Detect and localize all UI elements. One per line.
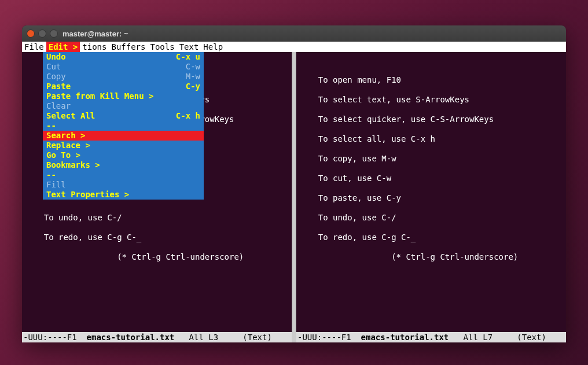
menu-item-label: Replace > (46, 141, 90, 150)
status-filename: emacs-tutorial.txt (361, 332, 449, 342)
right-pane[interactable]: To open menu, F10 To select text, use S-… (296, 52, 566, 332)
text-line: To open menu, F10 (296, 75, 566, 85)
text-line: (* Ctrl-g Ctrl-underscore) (22, 252, 292, 262)
text-line: To paste, use C-y (296, 193, 566, 203)
menu-item-label: Search > (46, 131, 85, 141)
text-line: To undo, use C-/ (296, 213, 566, 223)
menu-separator: -- (43, 121, 204, 131)
menu-item-shortcut: M-w (186, 72, 200, 82)
text-line: To select all, use C-x h (296, 134, 566, 144)
menu-buffers[interactable]: Buffers (109, 42, 148, 52)
text-line (22, 203, 292, 213)
menu-edit[interactable]: Edit > (46, 42, 80, 52)
menu-item-bookmarks[interactable]: Bookmarks > (43, 160, 204, 170)
menu-item-fill: Fill (43, 180, 204, 190)
menu-item-shortcut: C-y (186, 82, 200, 91)
menu-item-label: Clear (46, 101, 71, 111)
status-suffix: All L3 (Text) (174, 332, 272, 342)
menu-item-label: Paste (46, 82, 71, 91)
text-line: To redo, use C-g C-_ (296, 233, 566, 242)
menu-item-paste-from-kill-menu[interactable]: Paste from Kill Menu > (43, 91, 204, 101)
status-left: -UUU:----F1 emacs-tutorial.txt All L3 (T… (22, 332, 292, 342)
menu-text[interactable]: Text (177, 42, 201, 52)
text-line (296, 203, 566, 213)
editor-area: UndoC-x uCutC-wCopyM-wPasteC-yPaste from… (22, 52, 566, 332)
text-line (296, 223, 566, 233)
status-prefix: -UUU:----F1 (297, 332, 361, 342)
menu-item-select-all[interactable]: Select AllC-x h (43, 111, 204, 121)
close-button[interactable] (27, 30, 35, 38)
menu-tions[interactable]: tions (80, 42, 109, 52)
text-line (296, 144, 566, 154)
edit-menu-dropdown: UndoC-x uCutC-wCopyM-wPasteC-yPaste from… (43, 52, 204, 200)
text-line (22, 223, 292, 233)
menu-item-replace[interactable]: Replace > (43, 141, 204, 150)
menu-item-label: Undo (46, 52, 66, 62)
text-line: To cut, use C-w (296, 174, 566, 183)
menu-item-shortcut: C-w (186, 62, 200, 72)
menu-item-shortcut: C-x u (176, 52, 200, 62)
menu-item-paste[interactable]: PasteC-y (43, 82, 204, 91)
text-line (296, 164, 566, 174)
menu-item-clear: Clear (43, 101, 204, 111)
text-line: To undo, use C-/ (22, 213, 292, 223)
text-line (296, 105, 566, 115)
maximize-button[interactable] (50, 30, 58, 38)
status-divider (292, 332, 296, 342)
text-line (296, 242, 566, 252)
text-line (296, 183, 566, 193)
menu-item-search[interactable]: Search > (43, 131, 204, 141)
status-suffix: All L7 (Text) (449, 332, 546, 342)
menubar: File Edit > tions Buffers Tools Text Hel… (22, 42, 566, 52)
window-title: master@master: ~ (63, 30, 128, 38)
menu-item-label: Paste from Kill Menu > (46, 91, 153, 101)
menu-item-label: Go To > (46, 150, 80, 160)
menu-item-copy: CopyM-w (43, 72, 204, 82)
text-line (296, 85, 566, 95)
pane-divider[interactable] (292, 52, 296, 332)
menu-item-label: Bookmarks > (46, 160, 100, 170)
status-prefix: -UUU:----F1 (23, 332, 87, 342)
window-controls (27, 30, 58, 38)
menu-item-label: Text Properties > (46, 190, 129, 200)
text-line: To copy, use M-w (296, 154, 566, 164)
text-line (22, 242, 292, 252)
menu-item-undo[interactable]: UndoC-x u (43, 52, 204, 62)
titlebar[interactable]: master@master: ~ (22, 25, 566, 42)
text-line (296, 124, 566, 134)
minimize-button[interactable] (38, 30, 46, 38)
menu-separator: -- (43, 170, 204, 180)
menu-item-label: Cut (46, 62, 61, 72)
menu-item-cut: CutC-w (43, 62, 204, 72)
status-right: -UUU:----F1 emacs-tutorial.txt All L7 (T… (296, 332, 566, 342)
text-line (296, 56, 566, 65)
text-line: To select quicker, use C-S-ArrowKeys (296, 115, 566, 124)
statusbar: -UUU:----F1 emacs-tutorial.txt All L3 (T… (22, 332, 566, 342)
text-line: (* Ctrl-g Ctrl-underscore) (296, 252, 566, 262)
status-filename: emacs-tutorial.txt (87, 332, 175, 342)
menu-help[interactable]: Help (201, 42, 225, 52)
terminal-window: master@master: ~ File Edit > tions Buffe… (22, 25, 566, 342)
text-line (296, 65, 566, 75)
menu-item-label: Fill (46, 180, 66, 190)
text-line: To select text, use S-ArrowKeys (296, 95, 566, 105)
menu-item-label: Copy (46, 72, 66, 82)
menu-item-go-to[interactable]: Go To > (43, 150, 204, 160)
menu-file[interactable]: File (22, 42, 46, 52)
menu-item-shortcut: C-x h (176, 111, 200, 121)
text-line: To redo, use C-g C-_ (22, 233, 292, 242)
menu-item-text-properties[interactable]: Text Properties > (43, 190, 204, 200)
menu-tools[interactable]: Tools (148, 42, 177, 52)
menu-item-label: Select All (46, 111, 95, 121)
